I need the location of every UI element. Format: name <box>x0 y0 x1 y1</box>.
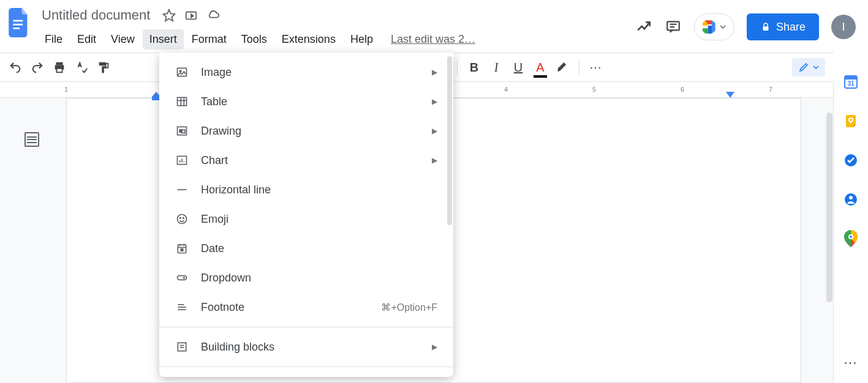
menu-view[interactable]: View <box>104 29 142 50</box>
more-button[interactable]: ⋯ <box>587 58 605 76</box>
menu-insert[interactable]: Insert <box>143 29 184 50</box>
chevron-down-icon <box>813 64 819 70</box>
menu-edit[interactable]: Edit <box>70 29 103 50</box>
share-button[interactable]: Share <box>747 13 819 40</box>
menu-item-horizontal-line[interactable]: Horizontal line <box>159 175 453 204</box>
svg-rect-2 <box>13 28 20 29</box>
svg-point-49 <box>849 196 853 199</box>
separator <box>579 60 579 75</box>
svg-point-26 <box>178 215 187 224</box>
menu-item-footnote[interactable]: Footnote ⌘+Option+F <box>159 292 453 322</box>
avatar[interactable]: I <box>831 15 856 39</box>
menu-label: Table <box>201 95 420 108</box>
drawing-icon <box>175 124 189 138</box>
menu-help[interactable]: Help <box>344 29 380 50</box>
menu-label: Drawing <box>201 125 420 138</box>
menu-item-date[interactable]: Date <box>159 234 453 263</box>
blocks-icon: + <box>175 340 189 354</box>
svg-rect-43 <box>845 76 857 80</box>
chevron-down-icon <box>720 24 726 30</box>
submenu-arrow-icon: ▶ <box>432 343 437 351</box>
menu-item-dropdown[interactable]: Dropdown <box>159 263 453 292</box>
activity-icon[interactable] <box>635 18 652 35</box>
submenu-arrow-icon: ▶ <box>432 97 437 106</box>
cloud-status-icon[interactable] <box>206 9 220 22</box>
star-icon[interactable] <box>162 9 176 22</box>
editing-mode-button[interactable] <box>792 58 825 76</box>
menu-tools[interactable]: Tools <box>235 29 274 50</box>
side-panel: 31 ⋯ <box>834 53 868 383</box>
tasks-app-icon[interactable] <box>843 153 858 168</box>
menu-item-image[interactable]: Image ▶ <box>159 58 453 87</box>
svg-point-28 <box>183 218 184 219</box>
menu-item-emoji[interactable]: Emoji <box>159 204 453 234</box>
underline-button[interactable]: U <box>509 58 527 76</box>
menu-label: Footnote <box>201 301 369 314</box>
menu-divider <box>159 327 453 327</box>
share-label: Share <box>776 21 806 34</box>
svg-point-51 <box>850 236 852 238</box>
print-button[interactable] <box>50 58 69 76</box>
outline-button[interactable] <box>25 132 39 147</box>
bold-button[interactable]: B <box>465 58 483 76</box>
submenu-arrow-icon: ▶ <box>432 68 437 76</box>
meet-button[interactable] <box>694 13 734 40</box>
last-edit-link[interactable]: Last edit was 2… <box>391 33 475 46</box>
title-area: Untitled document File Edit View Insert … <box>38 5 635 50</box>
svg-rect-0 <box>13 20 23 22</box>
text-color-button[interactable]: A <box>531 58 549 76</box>
meet-icon <box>703 20 719 34</box>
date-icon <box>175 242 189 255</box>
menu-scrollbar[interactable] <box>447 56 452 225</box>
svg-rect-14 <box>178 97 187 105</box>
separator <box>457 60 458 75</box>
spellcheck-button[interactable] <box>72 58 91 76</box>
menu-divider <box>159 366 453 367</box>
hline-icon <box>175 183 189 196</box>
ruler-number: 5 <box>592 86 596 93</box>
menu-label: Horizontal line <box>201 184 437 196</box>
svg-text:+: + <box>184 341 186 345</box>
italic-button[interactable]: I <box>487 58 505 76</box>
image-icon <box>175 65 189 79</box>
contacts-app-icon[interactable] <box>843 192 858 207</box>
submenu-arrow-icon: ▶ <box>432 127 437 135</box>
svg-point-27 <box>180 218 181 219</box>
table-icon <box>175 95 189 108</box>
svg-rect-4 <box>667 21 679 30</box>
move-icon[interactable] <box>184 9 198 22</box>
keep-app-icon[interactable] <box>843 114 858 128</box>
redo-button[interactable] <box>28 58 47 76</box>
emoji-icon <box>175 212 189 226</box>
comments-icon[interactable] <box>665 18 682 35</box>
menu-item-building-blocks[interactable]: + Building blocks ▶ <box>159 332 453 362</box>
highlight-button[interactable] <box>553 58 572 76</box>
menubar: File Edit View Insert Format Tools Exten… <box>38 29 635 50</box>
paint-format-button[interactable] <box>94 58 113 76</box>
menu-item-drawing[interactable]: Drawing ▶ <box>159 116 453 146</box>
menu-item-table[interactable]: Table ▶ <box>159 87 453 116</box>
side-panel-more[interactable]: ⋯ <box>843 355 858 371</box>
maps-app-icon[interactable] <box>843 231 858 246</box>
docs-logo[interactable] <box>7 6 32 39</box>
ruler-number: 1 <box>64 86 68 93</box>
menu-label: Emoji <box>201 213 437 226</box>
document-scrollbar[interactable] <box>826 113 832 302</box>
header: Untitled document File Edit View Insert … <box>0 0 868 53</box>
right-indent-marker[interactable] <box>726 92 734 98</box>
menu-format[interactable]: Format <box>185 29 233 50</box>
document-title[interactable]: Untitled document <box>38 6 154 24</box>
menu-label: Date <box>201 242 437 255</box>
ruler-number: 4 <box>504 86 508 93</box>
pencil-icon <box>798 62 809 73</box>
svg-rect-10 <box>56 69 62 72</box>
menu-item-chart[interactable]: Chart ▶ <box>159 146 453 175</box>
calendar-app-icon[interactable]: 31 <box>843 75 858 89</box>
lock-icon <box>760 21 771 32</box>
menu-extensions[interactable]: Extensions <box>275 29 342 50</box>
undo-button[interactable] <box>6 58 25 76</box>
menu-file[interactable]: File <box>38 29 69 50</box>
svg-rect-33 <box>181 249 183 251</box>
header-right: Share I <box>635 13 856 40</box>
svg-rect-7 <box>763 26 768 31</box>
